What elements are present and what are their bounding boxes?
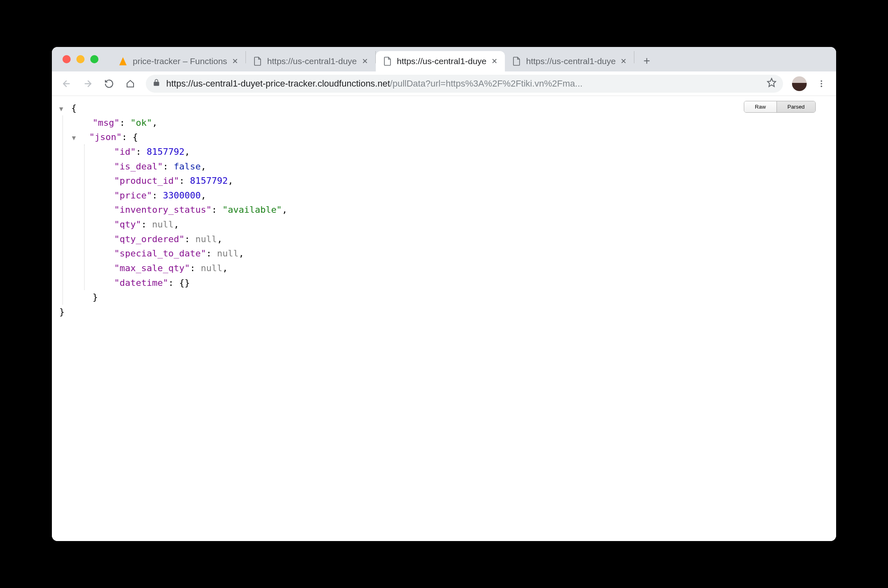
- json-val-datetime: {}: [179, 278, 190, 288]
- brace-open: {: [71, 103, 76, 113]
- window-minimize-button[interactable]: [76, 55, 85, 63]
- tab-3[interactable]: https://us-central1-duye ✕: [505, 51, 634, 71]
- json-val-product-id: 8157792: [190, 176, 228, 186]
- json-val-qty-ordered: null: [195, 234, 217, 244]
- tab-0[interactable]: price-tracker – Functions ✕: [111, 51, 245, 71]
- reload-button[interactable]: [100, 75, 118, 93]
- json-val-price: 3300000: [163, 190, 201, 200]
- browser-toolbar: https://us-central1-duyet-price-tracker.…: [52, 71, 836, 96]
- profile-avatar[interactable]: [792, 76, 807, 91]
- json-val-msg: "ok": [130, 118, 152, 128]
- json-key-special-to-date: "special_to_date": [114, 248, 206, 258]
- json-val-is-deal: false: [174, 161, 201, 172]
- json-val-inventory-status: "available": [222, 205, 282, 215]
- url-host: https://us-central1-duyet-price-tracker.…: [166, 78, 390, 89]
- json-key-product-id: "product_id": [114, 176, 179, 186]
- window-close-button[interactable]: [62, 55, 71, 63]
- tab-1[interactable]: https://us-central1-duye ✕: [246, 51, 375, 71]
- url-text: https://us-central1-duyet-price-tracker.…: [166, 78, 761, 89]
- tab-strip: price-tracker – Functions ✕ https://us-c…: [52, 47, 836, 71]
- json-key-is-deal: "is_deal": [114, 161, 163, 172]
- collapse-toggle-icon[interactable]: ▼: [59, 104, 66, 114]
- tab-title: price-tracker – Functions: [133, 56, 227, 66]
- json-key-id: "id": [114, 147, 136, 157]
- tab-title: https://us-central1-duye: [526, 56, 616, 66]
- close-icon[interactable]: ✕: [620, 57, 627, 66]
- close-icon[interactable]: ✕: [491, 57, 498, 66]
- svg-point-1: [821, 80, 822, 82]
- json-key-msg: "msg": [93, 118, 120, 128]
- firebase-icon: [118, 56, 128, 66]
- tab-title: https://us-central1-duye: [267, 56, 357, 66]
- new-tab-button[interactable]: +: [638, 52, 656, 70]
- json-key-inventory-status: "inventory_status": [114, 205, 212, 215]
- json-val-qty: null: [152, 219, 174, 229]
- collapse-toggle-icon[interactable]: ▼: [72, 133, 78, 143]
- page-icon: [253, 56, 262, 66]
- json-viewer: ▼ { "msg": "ok", ▼ "json": { "id": 81577…: [59, 101, 829, 319]
- page-icon: [383, 56, 392, 66]
- page-icon: [512, 56, 521, 66]
- json-key-json: "json": [89, 132, 122, 142]
- raw-button[interactable]: Raw: [744, 101, 776, 112]
- window-maximize-button[interactable]: [90, 55, 98, 63]
- tab-title: https://us-central1-duye: [397, 56, 486, 66]
- svg-point-3: [821, 85, 822, 87]
- brace-close: }: [93, 292, 98, 302]
- svg-point-2: [821, 83, 822, 85]
- window-controls: [62, 55, 98, 63]
- page-content: Raw Parsed ▼ { "msg": "ok", ▼ "json": { …: [52, 96, 836, 541]
- parsed-button[interactable]: Parsed: [776, 101, 815, 112]
- url-path: /pullData?url=https%3A%2F%2Ftiki.vn%2Fma…: [390, 78, 582, 89]
- view-toggle: Raw Parsed: [744, 101, 816, 113]
- tabs: price-tracker – Functions ✕ https://us-c…: [111, 47, 656, 71]
- json-key-datetime: "datetime": [114, 278, 168, 288]
- json-key-price: "price": [114, 190, 152, 200]
- home-button[interactable]: [121, 75, 139, 93]
- json-val-special-to-date: null: [217, 248, 239, 258]
- close-icon[interactable]: ✕: [362, 57, 368, 66]
- lock-icon: [152, 78, 161, 89]
- forward-button[interactable]: [79, 75, 97, 93]
- tab-separator: [634, 51, 634, 63]
- close-icon[interactable]: ✕: [232, 57, 238, 66]
- json-key-max-sale-qty: "max_sale_qty": [114, 263, 190, 273]
- svg-marker-0: [768, 78, 776, 87]
- json-val-max-sale-qty: null: [201, 263, 222, 273]
- json-key-qty: "qty": [114, 219, 141, 229]
- tab-2-active[interactable]: https://us-central1-duye ✕: [376, 51, 505, 71]
- json-key-qty-ordered: "qty_ordered": [114, 234, 185, 244]
- bookmark-star-icon[interactable]: [767, 78, 776, 90]
- menu-button[interactable]: [812, 75, 830, 93]
- back-button[interactable]: [58, 75, 76, 93]
- browser-window: price-tracker – Functions ✕ https://us-c…: [52, 47, 836, 541]
- brace-close: }: [59, 307, 65, 317]
- address-bar[interactable]: https://us-central1-duyet-price-tracker.…: [146, 75, 783, 93]
- json-val-id: 8157792: [147, 147, 185, 157]
